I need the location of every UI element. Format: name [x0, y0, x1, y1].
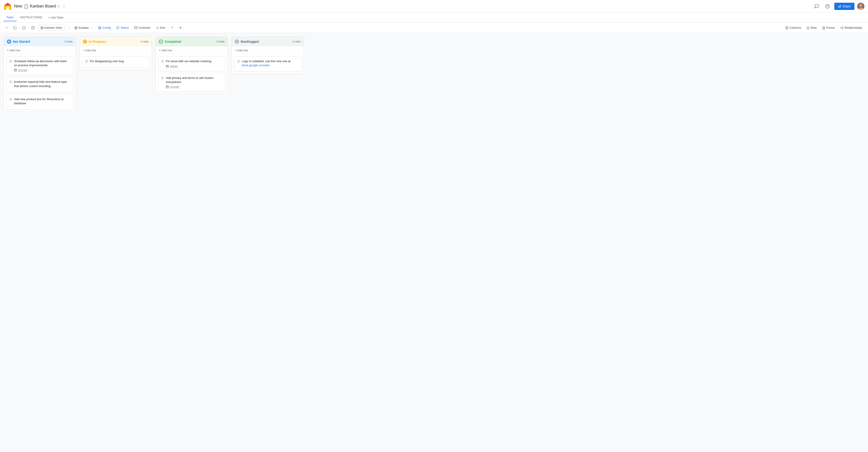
- card-meta-card-5: 3/5/20: [161, 65, 222, 68]
- history-button[interactable]: [29, 25, 37, 31]
- card-date-card-1: 3/11/20: [18, 69, 27, 72]
- card-title-card-3: Add new product line for ShoeJamz to dat…: [14, 97, 70, 106]
- app-logo: [4, 2, 12, 10]
- bots-button[interactable]: Bots: [804, 25, 819, 31]
- calendar-icon: [14, 69, 17, 72]
- add-icon: +: [6, 26, 8, 29]
- svg-rect-17: [75, 26, 76, 27]
- add-row-toolbar-button[interactable]: +: [4, 25, 10, 31]
- svg-rect-74: [166, 65, 168, 67]
- add-table-button[interactable]: + Add Table: [46, 14, 66, 21]
- kanban-board: Not Started3 rows+ Add rowSchedule follo…: [0, 33, 868, 452]
- tab-tasks[interactable]: Tasks: [4, 14, 17, 21]
- svg-rect-8: [840, 5, 841, 7]
- svg-point-10: [860, 4, 862, 7]
- status-icon-in-progress: [83, 39, 87, 43]
- comment-button[interactable]: [813, 2, 821, 10]
- config-button[interactable]: Config: [96, 25, 113, 31]
- drag-handle-icon[interactable]: [9, 59, 12, 64]
- archived-label: Archived: [138, 26, 150, 29]
- svg-rect-34: [786, 26, 788, 29]
- columns-label: Columns: [789, 26, 801, 29]
- card-card-5[interactable]: Fix issue with our website crashing3/5/2…: [158, 56, 225, 71]
- close-filter-button[interactable]: ✕: [177, 25, 184, 31]
- app-title: New 📋 Kanban Board: [14, 4, 56, 9]
- column-scroll-completed: Fix issue with our website crashing3/5/2…: [156, 55, 228, 94]
- card-link-card-7[interactable]: drive.google.com/abc: [242, 64, 270, 67]
- add-row-button-in-progress[interactable]: + Add row: [80, 47, 152, 55]
- svg-point-46: [841, 27, 842, 28]
- svg-point-47: [842, 28, 843, 29]
- card-title-card-1: Schedule follow-up discussion with team …: [14, 59, 70, 67]
- view-select[interactable]: Kanban View: [38, 25, 68, 31]
- card-date-card-6: 2/12/20: [170, 86, 179, 89]
- svg-rect-3: [7, 7, 8, 10]
- title-icon: 📋: [24, 4, 29, 9]
- drag-handle-icon[interactable]: [9, 97, 12, 101]
- svg-rect-7: [839, 6, 839, 7]
- card-card-3[interactable]: Add new product line for ShoeJamz to dat…: [6, 94, 73, 110]
- calendar-icon: [166, 65, 168, 68]
- card-header-card-2: [customer request] Add new feature type …: [9, 80, 70, 88]
- column-count-backlogged: 1 rows: [292, 40, 301, 43]
- redo-button[interactable]: [20, 25, 28, 31]
- relationships-button[interactable]: Relationships: [838, 25, 864, 31]
- svg-rect-23: [134, 26, 137, 27]
- star-icon[interactable]: ☆: [56, 3, 61, 9]
- kanban-button[interactable]: Kanban: [72, 25, 95, 31]
- card-card-2[interactable]: [customer request] Add new feature type …: [6, 77, 73, 92]
- drag-handle-icon[interactable]: [9, 80, 12, 84]
- column-scroll-not-started: Schedule follow-up discussion with team …: [4, 55, 76, 112]
- svg-point-38: [808, 26, 808, 27]
- toolbar-separator-1: [70, 26, 70, 30]
- drag-handle-icon[interactable]: [161, 76, 164, 80]
- column-header-backlogged: Backlogged1 rows: [232, 37, 304, 47]
- svg-point-45: [842, 26, 843, 27]
- kebab-menu-header[interactable]: ⋮: [61, 4, 67, 9]
- svg-point-66: [84, 41, 86, 42]
- card-title-card-5: Fix issue with our website crashing: [166, 59, 211, 63]
- drag-handle-icon[interactable]: [237, 59, 240, 64]
- card-meta-card-6: 2/12/20: [161, 86, 222, 89]
- kanban-label: Kanban: [79, 26, 89, 29]
- undo-button[interactable]: [11, 25, 19, 31]
- sort-button[interactable]: Sort: [153, 25, 167, 31]
- drag-handle-icon[interactable]: [161, 59, 164, 64]
- help-button[interactable]: [824, 2, 832, 10]
- card-meta-card-1: 3/11/20: [9, 69, 70, 72]
- svg-rect-19: [76, 28, 77, 29]
- user-avatar[interactable]: [857, 3, 864, 10]
- config-label: Config: [102, 26, 111, 29]
- card-card-7[interactable]: Logo is outdated, use this new one at dr…: [234, 56, 301, 72]
- status-button[interactable]: Status: [114, 25, 131, 31]
- archived-button[interactable]: Archived: [132, 25, 152, 31]
- column-scroll-backlogged: Logo is outdated, use this new one at dr…: [232, 55, 304, 73]
- kanban-column-completed: Completed2 rows+ Add rowFix issue with o…: [156, 37, 228, 94]
- svg-rect-18: [76, 26, 77, 27]
- bots-label: Bots: [811, 26, 817, 29]
- tab-bar: Tasks INSTRUCTIONS + Add Table: [0, 13, 868, 23]
- svg-point-86: [237, 41, 237, 42]
- calendar-icon: [166, 86, 168, 89]
- forms-button[interactable]: Forms: [820, 25, 837, 31]
- card-header-card-1: Schedule follow-up discussion with team …: [9, 59, 70, 67]
- card-card-1[interactable]: Schedule follow-up discussion with team …: [6, 56, 73, 75]
- svg-point-21: [99, 27, 100, 28]
- toolbar-right: Columns Bots Forms: [783, 25, 864, 31]
- share-button[interactable]: Share: [834, 3, 855, 10]
- add-row-button-completed[interactable]: + Add row: [156, 47, 228, 55]
- filter-button[interactable]: [168, 25, 176, 31]
- card-card-6[interactable]: Add privacy and terms to site footers ev…: [158, 73, 225, 92]
- relationships-label: Relationships: [844, 26, 862, 29]
- card-card-4[interactable]: Fix disappearing user bug: [82, 56, 149, 68]
- drag-handle-icon[interactable]: [85, 59, 88, 64]
- status-icon-not-started: [7, 39, 11, 43]
- add-row-button-not-started[interactable]: + Add row: [4, 47, 76, 55]
- kanban-column-in-progress: In Progress1 rows+ Add rowFix disappeari…: [80, 37, 152, 70]
- svg-marker-1: [4, 3, 11, 5]
- svg-point-65: [84, 40, 86, 43]
- tab-instructions[interactable]: INSTRUCTIONS: [18, 14, 45, 21]
- columns-button[interactable]: Columns: [783, 25, 803, 31]
- add-row-button-backlogged[interactable]: + Add row: [232, 47, 304, 55]
- svg-line-49: [841, 27, 842, 27]
